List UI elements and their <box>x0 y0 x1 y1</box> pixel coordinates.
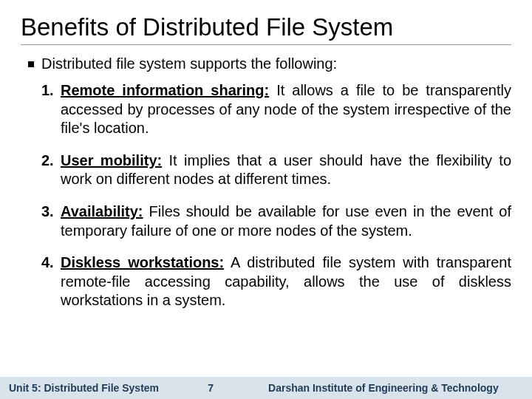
footer-unit: Unit 5: Distributed File System <box>0 382 159 394</box>
item-body: Availability: Files should be available … <box>61 202 511 240</box>
footer-institute: Darshan Institute of Engineering & Techn… <box>262 382 532 394</box>
item-body: Remote information sharing: It allows a … <box>61 81 511 138</box>
list-item: 1. Remote information sharing: It allows… <box>41 81 511 138</box>
item-term: User mobility: <box>61 152 162 168</box>
list-item: 4. Diskless workstations: A distributed … <box>41 253 511 310</box>
slide-content: Benefits of Distributed File System Dist… <box>0 0 532 310</box>
list-item: 2. User mobility: It implies that a user… <box>41 151 511 189</box>
slide-footer: Unit 5: Distributed File System 7 Darsha… <box>0 377 532 399</box>
item-number: 2. <box>41 151 61 189</box>
square-bullet-icon <box>28 61 34 67</box>
intro-text: Distributed file system supports the fol… <box>41 55 337 72</box>
benefits-list: 1. Remote information sharing: It allows… <box>41 81 511 310</box>
intro-line: Distributed file system supports the fol… <box>28 55 511 72</box>
slide-title: Benefits of Distributed File System <box>21 13 511 45</box>
item-body: Diskless workstations: A distributed fil… <box>61 253 511 310</box>
item-term: Diskless workstations: <box>61 254 224 270</box>
item-term: Availability: <box>61 203 143 219</box>
list-item: 3. Availability: Files should be availab… <box>41 202 511 240</box>
item-term: Remote information sharing: <box>61 82 269 98</box>
footer-page-number: 7 <box>159 382 262 394</box>
item-number: 3. <box>41 202 61 240</box>
item-body: User mobility: It implies that a user sh… <box>61 151 511 189</box>
item-number: 4. <box>41 253 61 310</box>
item-number: 1. <box>41 81 61 138</box>
